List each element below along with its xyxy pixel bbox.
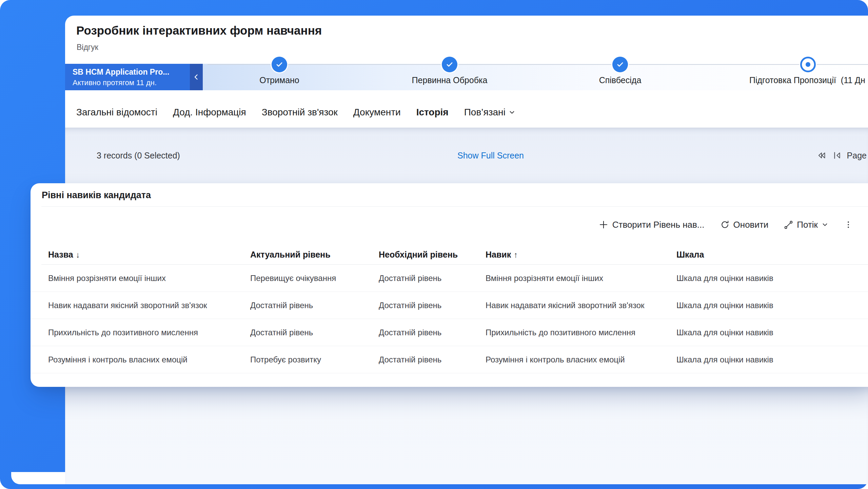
page-label: Page (847, 151, 867, 161)
bpf-stage-box-title: SB HCM Application Pro... (73, 68, 169, 77)
double-chevron-left-icon (816, 150, 827, 161)
bar-chevron-left-icon (832, 150, 842, 161)
skills-card: Рівні навиків кандидата Створити Рівень … (31, 183, 868, 387)
tab-general[interactable]: Загальні відомості (76, 107, 157, 118)
bpf-stage-box-duration: Активно протягом 11 дн. (73, 78, 157, 87)
cell-skill: Навик надавати якісний зворотний зв'язок (486, 301, 645, 310)
stage-label: Отримано (229, 75, 330, 85)
first-page-button[interactable] (831, 150, 843, 161)
tab-additional-info[interactable]: Дод. Інформація (173, 107, 246, 118)
table-row[interactable]: Навик надавати якісний зворотний зв'язок… (31, 292, 868, 319)
cell-scale: Шкала для оцінки навиків (676, 355, 773, 364)
cell-required-level: Достатній рівень (379, 355, 441, 364)
table-row[interactable]: Вміння розрізняти емоції інших Перевищує… (31, 265, 868, 292)
cell-required-level: Достатній рівень (379, 274, 441, 283)
refresh-icon (720, 220, 730, 229)
stage-label: Підготовка Пропозиції (11 Дн (749, 75, 868, 85)
column-header-current-level[interactable]: Актуальний рівень (250, 250, 331, 260)
divider (41, 206, 868, 207)
stage-complete-check-icon (272, 57, 287, 72)
bpf-stage-received[interactable]: Отримано (229, 57, 330, 85)
stage-label: Співбесіда (569, 75, 671, 85)
sort-descending-icon: ↓ (76, 250, 80, 259)
table-row[interactable]: Прихильність до позитивного мислення Дос… (31, 319, 868, 346)
bpf-collapse-button[interactable] (190, 64, 203, 90)
tab-related[interactable]: Пов’язані (464, 107, 515, 118)
page-title: Розробник інтерактивних форм навчання (76, 24, 322, 37)
chevron-left-icon (192, 73, 200, 81)
cell-required-level: Достатній рівень (379, 328, 441, 337)
tab-documents[interactable]: Документи (353, 107, 401, 118)
cell-name: Вміння розрізняти емоції інших (48, 274, 166, 283)
skills-card-title: Рівні навиків кандидата (42, 190, 151, 201)
screenshot-canvas: Розробник інтерактивних форм навчання Ві… (0, 0, 868, 489)
stage-complete-check-icon (442, 57, 457, 72)
stage-complete-check-icon (612, 57, 628, 72)
skills-table-header: Назва ↓ Актуальний рівень Необхідний рів… (31, 245, 868, 264)
cell-skill: Прихильність до позитивного мислення (486, 328, 635, 337)
flow-menu-button[interactable]: Потік (784, 220, 828, 230)
cell-scale: Шкала для оцінки навиків (676, 274, 773, 283)
skills-toolbar: Створити Рівень нав... Оновити Потік (598, 217, 853, 232)
refresh-button[interactable]: Оновити (720, 220, 769, 230)
cell-skill: Вміння розрізняти емоції інших (486, 274, 603, 283)
stage-label: Первинна Обробка (399, 75, 500, 85)
cell-current-level: Достатній рівень (250, 328, 313, 337)
cell-current-level: Потребує розвитку (250, 355, 321, 364)
plus-icon (598, 220, 609, 230)
cell-name: Навик надавати якісний зворотний зв'язок (48, 301, 207, 310)
create-skill-level-button[interactable]: Створити Рівень нав... (598, 220, 705, 230)
records-count: 3 records (0 Selected) (97, 151, 180, 161)
cell-name: Розуміння і контроль власних емоцій (48, 355, 188, 364)
cell-scale: Шкала для оцінки навиків (676, 328, 773, 337)
record-tab-bar: Загальні відомості Дод. Інформація Зворо… (65, 97, 868, 128)
show-full-screen-link[interactable]: Show Full Screen (457, 151, 524, 161)
cell-skill: Розуміння і контроль власних емоцій (486, 355, 625, 364)
sort-ascending-icon: ↑ (514, 250, 518, 259)
table-row[interactable]: Розуміння і контроль власних емоцій Потр… (31, 346, 868, 373)
column-header-name[interactable]: Назва ↓ (48, 250, 80, 260)
bpf-stage-interview[interactable]: Співбесіда (569, 57, 671, 85)
tab-history[interactable]: Історія (416, 107, 449, 118)
chevron-down-icon (509, 109, 515, 116)
flow-icon (784, 220, 793, 229)
more-commands-button[interactable] (844, 220, 853, 229)
page-subtitle: Відгук (77, 43, 98, 52)
cell-current-level: Достатній рівень (250, 301, 313, 310)
records-bar: 3 records (0 Selected) Show Full Screen … (65, 141, 868, 170)
column-header-skill[interactable]: Навик ↑ (486, 250, 518, 260)
cell-current-level: Перевищує очікування (250, 274, 336, 283)
cell-name: Прихильність до позитивного мислення (48, 328, 198, 337)
tab-feedback[interactable]: Зворотній зв'язок (262, 107, 338, 118)
stage-current-dot-icon (800, 57, 816, 72)
more-vertical-icon (844, 220, 853, 229)
bpf-stage-primary-processing[interactable]: Первинна Обробка (399, 57, 500, 85)
column-header-scale[interactable]: Шкала (676, 250, 704, 260)
pagination: Page (816, 150, 867, 161)
cell-scale: Шкала для оцінки навиків (676, 301, 773, 310)
business-process-flow: SB HCM Application Pro... Активно протяг… (65, 64, 868, 90)
rewind-page-button[interactable] (816, 150, 827, 161)
column-header-required-level[interactable]: Необхідний рівень (379, 250, 458, 260)
chevron-down-icon (822, 221, 828, 228)
bpf-active-stage-box[interactable]: SB HCM Application Pro... Активно протяг… (65, 64, 190, 90)
cell-required-level: Достатній рівень (379, 301, 441, 310)
bpf-stage-offer-preparation[interactable]: Підготовка Пропозиції (11 Дн (749, 57, 868, 85)
